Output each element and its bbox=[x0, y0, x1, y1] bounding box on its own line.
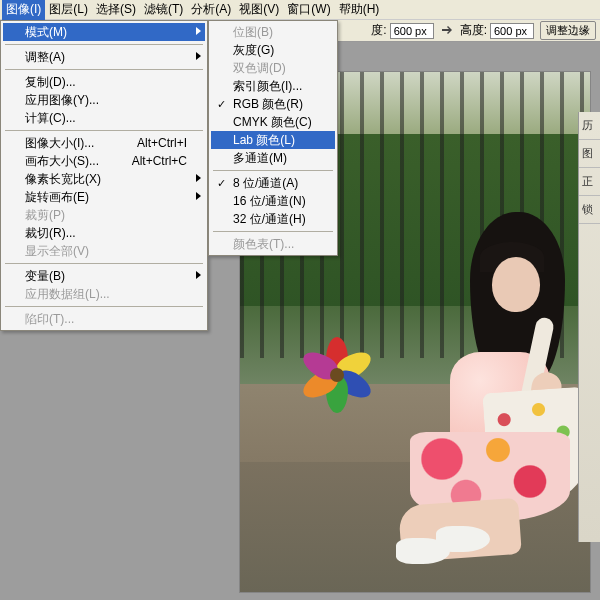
mode-item-cmyk[interactable]: CMYK 颜色(C) bbox=[211, 113, 335, 131]
width-field: 度: bbox=[371, 22, 433, 39]
mode-item-rgb[interactable]: ✓ RGB 颜色(R) bbox=[211, 95, 335, 113]
menu-item-label: 显示全部(V) bbox=[25, 243, 89, 260]
menu-view[interactable]: 视图(V) bbox=[235, 0, 283, 20]
menu-item-label: 位图(B) bbox=[233, 24, 273, 41]
mode-item-duotone: 双色调(D) bbox=[211, 59, 335, 77]
menu-item-label: 裁切(R)... bbox=[25, 225, 76, 242]
menu-item-label: 旋转画布(E) bbox=[25, 189, 89, 206]
menu-item-rotate-canvas[interactable]: 旋转画布(E) bbox=[3, 188, 205, 206]
menu-item-label: 调整(A) bbox=[25, 49, 65, 66]
submenu-arrow-icon bbox=[196, 27, 201, 35]
width-input[interactable] bbox=[390, 23, 434, 39]
menu-item-label: 16 位/通道(N) bbox=[233, 193, 306, 210]
mode-item-32bit[interactable]: 32 位/通道(H) bbox=[211, 210, 335, 228]
menu-item-label: 应用数据组(L)... bbox=[25, 286, 110, 303]
menu-select[interactable]: 选择(S) bbox=[92, 0, 140, 20]
menu-item-apply-data-sets: 应用数据组(L)... bbox=[3, 285, 205, 303]
panel-normal[interactable]: 正 bbox=[579, 168, 600, 196]
menu-separator bbox=[5, 306, 203, 307]
menu-item-image-size[interactable]: 图像大小(I)... Alt+Ctrl+I bbox=[3, 134, 205, 152]
menu-separator bbox=[5, 69, 203, 70]
menu-item-label: 多通道(M) bbox=[233, 150, 287, 167]
menu-item-label: 灰度(G) bbox=[233, 42, 274, 59]
height-field: 高度: bbox=[460, 22, 534, 39]
mode-submenu: 位图(B) 灰度(G) 双色调(D) 索引颜色(I)... ✓ RGB 颜色(R… bbox=[208, 20, 338, 256]
menu-item-label: 裁剪(P) bbox=[25, 207, 65, 224]
menu-item-label: 画布大小(S)... bbox=[25, 153, 99, 170]
mode-item-bitmap: 位图(B) bbox=[211, 23, 335, 41]
menu-item-label: 颜色表(T)... bbox=[233, 236, 294, 253]
menu-item-label: 双色调(D) bbox=[233, 60, 286, 77]
mode-item-indexed[interactable]: 索引颜色(I)... bbox=[211, 77, 335, 95]
mode-item-color-table: 颜色表(T)... bbox=[211, 235, 335, 253]
menu-item-label: 像素长宽比(X) bbox=[25, 171, 101, 188]
menu-separator bbox=[5, 130, 203, 131]
mode-item-lab[interactable]: Lab 颜色(L) bbox=[211, 131, 335, 149]
menu-item-label: RGB 颜色(R) bbox=[233, 96, 303, 113]
photo-subject bbox=[380, 202, 580, 562]
panel-lock[interactable]: 锁 bbox=[579, 196, 600, 224]
menu-item-crop: 裁剪(P) bbox=[3, 206, 205, 224]
mode-item-8bit[interactable]: ✓ 8 位/通道(A) bbox=[211, 174, 335, 192]
menu-item-label: 模式(M) bbox=[25, 24, 67, 41]
menu-filter[interactable]: 滤镜(T) bbox=[140, 0, 187, 20]
menu-item-adjust[interactable]: 调整(A) bbox=[3, 48, 205, 66]
menu-separator bbox=[213, 170, 333, 171]
menu-item-reveal-all: 显示全部(V) bbox=[3, 242, 205, 260]
menu-item-duplicate[interactable]: 复制(D)... bbox=[3, 73, 205, 91]
submenu-arrow-icon bbox=[196, 271, 201, 279]
menu-analysis[interactable]: 分析(A) bbox=[187, 0, 235, 20]
menu-shortcut: Alt+Ctrl+C bbox=[108, 154, 187, 168]
menu-item-label: CMYK 颜色(C) bbox=[233, 114, 312, 131]
check-icon: ✓ bbox=[217, 177, 226, 190]
check-icon: ✓ bbox=[217, 98, 226, 111]
menu-item-label: 索引颜色(I)... bbox=[233, 78, 302, 95]
menu-item-canvas-size[interactable]: 画布大小(S)... Alt+Ctrl+C bbox=[3, 152, 205, 170]
submenu-arrow-icon bbox=[196, 192, 201, 200]
menu-item-label: 复制(D)... bbox=[25, 74, 76, 91]
menu-item-label: 32 位/通道(H) bbox=[233, 211, 306, 228]
menu-item-apply-image[interactable]: 应用图像(Y)... bbox=[3, 91, 205, 109]
refine-edge-button[interactable]: 调整边缘 bbox=[540, 21, 596, 40]
image-menu: 模式(M) 调整(A) 复制(D)... 应用图像(Y)... 计算(C)...… bbox=[0, 20, 208, 331]
menu-separator bbox=[213, 231, 333, 232]
menu-item-calculations[interactable]: 计算(C)... bbox=[3, 109, 205, 127]
menu-item-pixel-ratio[interactable]: 像素长宽比(X) bbox=[3, 170, 205, 188]
menu-item-label: 应用图像(Y)... bbox=[25, 92, 99, 109]
menu-item-label: 变量(B) bbox=[25, 268, 65, 285]
side-panels: 历 图 正 锁 bbox=[578, 112, 600, 542]
width-label: 度: bbox=[371, 22, 386, 39]
panel-history[interactable]: 历 bbox=[579, 112, 600, 140]
mode-item-grayscale[interactable]: 灰度(G) bbox=[211, 41, 335, 59]
menu-layer[interactable]: 图层(L) bbox=[45, 0, 92, 20]
menubar: 图像(I) 图层(L) 选择(S) 滤镜(T) 分析(A) 视图(V) 窗口(W… bbox=[0, 0, 600, 20]
swap-dimensions-icon[interactable] bbox=[440, 24, 454, 38]
menu-item-trim[interactable]: 裁切(R)... bbox=[3, 224, 205, 242]
menu-window[interactable]: 窗口(W) bbox=[283, 0, 334, 20]
menu-item-label: 陷印(T)... bbox=[25, 311, 74, 328]
height-input[interactable] bbox=[490, 23, 534, 39]
menu-image[interactable]: 图像(I) bbox=[2, 0, 45, 20]
menu-item-label: 图像大小(I)... bbox=[25, 135, 94, 152]
menu-item-mode[interactable]: 模式(M) bbox=[3, 23, 205, 41]
menu-shortcut: Alt+Ctrl+I bbox=[113, 136, 187, 150]
menu-item-variables[interactable]: 变量(B) bbox=[3, 267, 205, 285]
photo-pinwheel bbox=[298, 336, 376, 414]
menu-separator bbox=[5, 263, 203, 264]
mode-item-16bit[interactable]: 16 位/通道(N) bbox=[211, 192, 335, 210]
menu-separator bbox=[5, 44, 203, 45]
mode-item-multichannel[interactable]: 多通道(M) bbox=[211, 149, 335, 167]
menu-help[interactable]: 帮助(H) bbox=[335, 0, 384, 20]
menu-item-label: 计算(C)... bbox=[25, 110, 76, 127]
submenu-arrow-icon bbox=[196, 174, 201, 182]
submenu-arrow-icon bbox=[196, 52, 201, 60]
menu-item-label: 8 位/通道(A) bbox=[233, 175, 298, 192]
menu-item-trap: 陷印(T)... bbox=[3, 310, 205, 328]
panel-layers[interactable]: 图 bbox=[579, 140, 600, 168]
height-label: 高度: bbox=[460, 22, 487, 39]
menu-item-label: Lab 颜色(L) bbox=[233, 132, 295, 149]
